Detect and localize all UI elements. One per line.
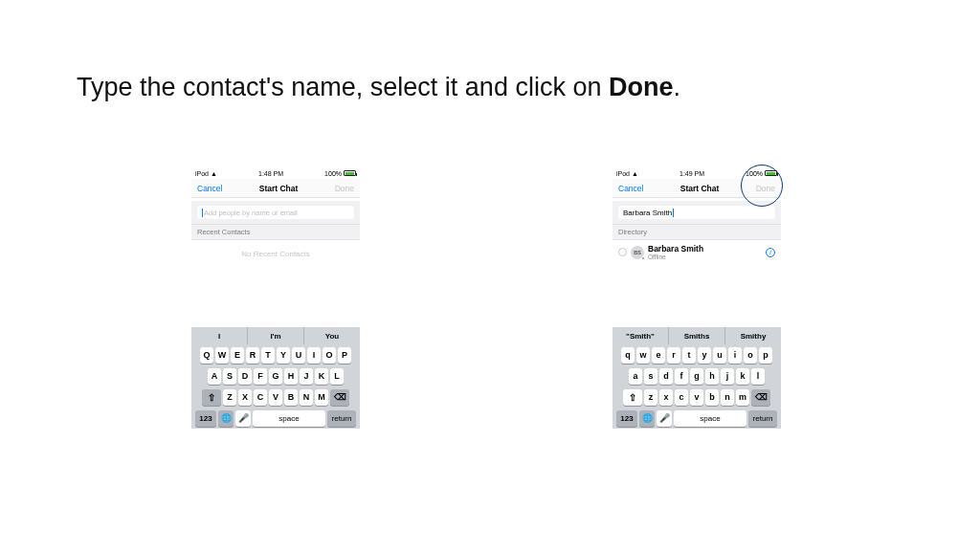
key-r[interactable]: R — [246, 347, 259, 364]
key-s[interactable]: s — [644, 368, 657, 385]
key-t[interactable]: t — [682, 347, 696, 364]
key-e[interactable]: e — [652, 347, 665, 364]
mic-key[interactable]: 🎤 — [657, 410, 672, 427]
key-o[interactable]: O — [323, 347, 336, 364]
key-o[interactable]: o — [744, 347, 757, 364]
contact-row[interactable]: BS Barbara Smith Offline i — [612, 240, 781, 264]
key-c[interactable]: c — [675, 389, 688, 406]
key-g[interactable]: G — [269, 368, 282, 385]
suggestion[interactable]: "Smith" — [612, 327, 669, 344]
cancel-button[interactable]: Cancel — [197, 184, 222, 193]
key-k[interactable]: k — [736, 368, 749, 385]
key-y[interactable]: Y — [277, 347, 290, 364]
key-k[interactable]: K — [315, 368, 328, 385]
globe-icon: 🌐 — [221, 413, 232, 423]
shift-key[interactable]: ⇧ — [623, 389, 642, 406]
search-input[interactable]: Add people by name or email — [197, 206, 354, 219]
search-placeholder: Add people by name or email — [202, 209, 298, 217]
globe-icon: 🌐 — [642, 413, 653, 423]
numbers-key[interactable]: 123 — [616, 410, 637, 427]
nav-bar: Cancel Start Chat Done — [191, 179, 360, 198]
shift-icon: ⇧ — [629, 392, 636, 403]
status-bar: iPod ▲ 1:48 PM 100% — [191, 167, 360, 179]
info-icon[interactable]: i — [766, 248, 775, 257]
mic-key[interactable]: 🎤 — [235, 410, 251, 427]
key-s[interactable]: S — [223, 368, 236, 385]
key-i[interactable]: i — [728, 347, 742, 364]
key-x[interactable]: x — [659, 389, 673, 406]
key-j[interactable]: j — [721, 368, 734, 385]
return-key[interactable]: return — [748, 410, 777, 427]
battery-pct: 100% — [324, 170, 342, 177]
suggestion[interactable]: Smiths — [669, 327, 725, 344]
key-u[interactable]: u — [713, 347, 726, 364]
key-w[interactable]: W — [215, 347, 229, 364]
key-c[interactable]: C — [254, 389, 267, 406]
key-f[interactable]: f — [675, 368, 688, 385]
key-l[interactable]: L — [330, 368, 344, 385]
key-z[interactable]: Z — [223, 389, 236, 406]
key-d[interactable]: D — [238, 368, 252, 385]
suggestion[interactable]: You — [304, 327, 360, 344]
key-v[interactable]: V — [269, 389, 282, 406]
key-u[interactable]: U — [292, 347, 305, 364]
key-b[interactable]: B — [284, 389, 298, 406]
cancel-button[interactable]: Cancel — [618, 184, 643, 193]
shift-key[interactable]: ⇧ — [202, 389, 221, 406]
section-header-directory: Directory — [612, 225, 781, 240]
globe-key[interactable]: 🌐 — [639, 410, 655, 427]
key-a[interactable]: A — [208, 368, 221, 385]
key-h[interactable]: h — [705, 368, 719, 385]
key-p[interactable]: p — [759, 347, 772, 364]
contact-status: Offline — [648, 253, 703, 260]
key-a[interactable]: a — [629, 368, 642, 385]
select-radio[interactable] — [618, 248, 627, 256]
key-g[interactable]: g — [690, 368, 703, 385]
key-y[interactable]: y — [698, 347, 711, 364]
key-row-3: ⇧ zxcvbnm ⌫ — [612, 386, 781, 408]
key-z[interactable]: z — [644, 389, 657, 406]
wifi-icon: ▲ — [632, 170, 638, 177]
device-label: iPod — [616, 170, 630, 177]
backspace-key[interactable]: ⌫ — [751, 389, 770, 406]
key-h[interactable]: H — [284, 368, 298, 385]
key-b[interactable]: b — [705, 389, 719, 406]
key-q[interactable]: q — [621, 347, 635, 364]
key-j[interactable]: J — [300, 368, 313, 385]
done-button[interactable]: Done — [335, 184, 354, 193]
key-v[interactable]: v — [690, 389, 703, 406]
backspace-key[interactable]: ⌫ — [330, 389, 349, 406]
nav-title: Start Chat — [259, 184, 299, 193]
key-l[interactable]: l — [751, 368, 765, 385]
key-w[interactable]: w — [636, 347, 650, 364]
no-recent-text: No Recent Contacts — [191, 240, 360, 262]
phone-screenshot-left: iPod ▲ 1:48 PM 100% Cancel Start Chat Do… — [191, 167, 360, 262]
key-i[interactable]: I — [307, 347, 321, 364]
key-r[interactable]: r — [667, 347, 680, 364]
backspace-icon: ⌫ — [334, 392, 346, 402]
key-p[interactable]: P — [338, 347, 351, 364]
search-input[interactable]: Barbara Smith — [618, 206, 775, 219]
suggestion[interactable]: I'm — [248, 327, 304, 344]
instruction-text: Type the contact's name, select it and c… — [77, 73, 680, 102]
return-key[interactable]: return — [327, 410, 356, 427]
key-n[interactable]: n — [721, 389, 734, 406]
globe-key[interactable]: 🌐 — [218, 410, 234, 427]
numbers-key[interactable]: 123 — [195, 410, 216, 427]
suggestion[interactable]: I — [191, 327, 248, 344]
key-d[interactable]: d — [659, 368, 673, 385]
suggestion[interactable]: Smithy — [725, 327, 781, 344]
key-e[interactable]: E — [231, 347, 244, 364]
key-m[interactable]: m — [736, 389, 749, 406]
wifi-icon: ▲ — [211, 170, 217, 177]
key-m[interactable]: M — [315, 389, 328, 406]
key-t[interactable]: T — [261, 347, 275, 364]
presence-dot — [641, 256, 645, 260]
key-q[interactable]: Q — [200, 347, 213, 364]
space-key[interactable]: space — [674, 410, 746, 427]
space-key[interactable]: space — [253, 410, 325, 427]
key-n[interactable]: N — [300, 389, 313, 406]
key-f[interactable]: F — [254, 368, 267, 385]
key-x[interactable]: X — [238, 389, 252, 406]
suggestion-bar: "Smith" Smiths Smithy — [612, 327, 781, 344]
